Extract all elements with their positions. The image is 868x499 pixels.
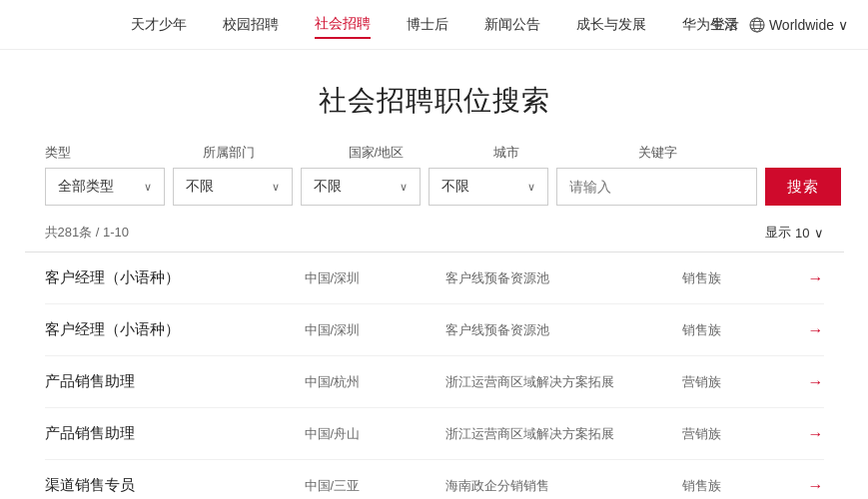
job-list: 客户经理（小语种） 中国/深圳 客户线预备资源池 销售族 → 客户经理（小语种）… — [25, 252, 844, 499]
job-row[interactable]: 客户经理（小语种） 中国/深圳 客户线预备资源池 销售族 → — [45, 252, 824, 304]
city-value: 不限 — [441, 178, 469, 196]
job-dept: 浙江运营商区域解决方案拓展 — [445, 425, 681, 443]
job-arrow: → — [788, 477, 823, 495]
job-title: 渠道销售专员 — [45, 476, 305, 495]
job-title: 产品销售助理 — [45, 372, 305, 391]
dept-chevron: ∨ — [272, 181, 280, 194]
job-arrow: → — [788, 321, 823, 339]
nav-item-天才少年[interactable]: 天才少年 — [131, 12, 187, 38]
country-select[interactable]: 不限 ∨ — [301, 168, 421, 206]
type-label: 类型 — [45, 144, 204, 162]
job-location: 中国/深圳 — [305, 269, 446, 287]
job-title: 产品销售助理 — [45, 424, 305, 443]
job-category: 销售族 — [682, 269, 788, 287]
dept-label: 所属部门 — [203, 144, 348, 162]
display-label: 显示 — [765, 224, 791, 242]
job-location: 中国/舟山 — [305, 425, 446, 443]
globe-icon — [749, 17, 765, 33]
job-location: 中国/深圳 — [305, 321, 446, 339]
results-summary: 共281条 / 1-10 — [45, 224, 130, 242]
job-category: 营销族 — [682, 425, 788, 443]
dept-value: 不限 — [186, 178, 214, 196]
nav-item-博士后[interactable]: 博士后 — [407, 12, 448, 38]
page-header: 社会招聘职位搜索 — [0, 50, 868, 144]
keyword-input[interactable] — [556, 168, 757, 206]
city-chevron: ∨ — [527, 181, 535, 194]
worldwide-chevron: ∨ — [838, 17, 848, 33]
results-bar: 共281条 / 1-10 显示 10 ∨ — [25, 224, 844, 242]
nav-right: 登录 Worldwide ∨ — [711, 16, 848, 34]
job-arrow: → — [788, 425, 823, 443]
job-dept: 海南政企分销销售 — [445, 477, 681, 495]
job-category: 销售族 — [682, 477, 788, 495]
job-dept: 客户线预备资源池 — [445, 321, 681, 339]
job-dept: 浙江运营商区域解决方案拓展 — [445, 373, 681, 391]
nav-items: 天才少年校园招聘社会招聘博士后新闻公告成长与发展华为生活 — [131, 11, 738, 39]
nav-item-社会招聘[interactable]: 社会招聘 — [315, 11, 371, 39]
worldwide-label: Worldwide — [769, 17, 834, 33]
keyword-label: 关键字 — [638, 144, 823, 162]
page-title: 社会招聘职位搜索 — [0, 82, 868, 120]
display-count: 10 — [795, 226, 809, 241]
city-label: 城市 — [493, 144, 638, 162]
job-location: 中国/杭州 — [305, 373, 446, 391]
type-select[interactable]: 全部类型 ∨ — [45, 168, 165, 206]
job-row[interactable]: 产品销售助理 中国/杭州 浙江运营商区域解决方案拓展 营销族 → — [45, 356, 824, 408]
job-category: 销售族 — [682, 321, 788, 339]
country-label: 国家/地区 — [349, 144, 493, 162]
country-chevron: ∨ — [400, 181, 408, 194]
job-arrow: → — [788, 373, 823, 391]
job-row[interactable]: 产品销售助理 中国/舟山 浙江运营商区域解决方案拓展 营销族 → — [45, 408, 824, 460]
filters-section: 类型 所属部门 国家/地区 城市 关键字 全部类型 ∨ 不限 ∨ 不限 ∨ 不限… — [25, 144, 844, 206]
login-link[interactable]: 登录 — [711, 16, 739, 34]
job-title: 客户经理（小语种） — [45, 320, 305, 339]
job-title: 客户经理（小语种） — [45, 268, 305, 287]
filter-row: 全部类型 ∨ 不限 ∨ 不限 ∨ 不限 ∨ 搜索 — [45, 168, 824, 206]
type-chevron: ∨ — [144, 181, 152, 194]
dept-select[interactable]: 不限 ∨ — [173, 168, 293, 206]
job-row[interactable]: 渠道销售专员 中国/三亚 海南政企分销销售 销售族 → — [45, 460, 824, 499]
job-arrow: → — [788, 269, 823, 287]
job-row[interactable]: 客户经理（小语种） 中国/深圳 客户线预备资源池 销售族 → — [45, 304, 824, 356]
nav-item-成长与发展[interactable]: 成长与发展 — [576, 12, 646, 38]
job-dept: 客户线预备资源池 — [445, 269, 681, 287]
city-select[interactable]: 不限 ∨ — [429, 168, 548, 206]
navbar: 天才少年校园招聘社会招聘博士后新闻公告成长与发展华为生活 登录 Worldwid… — [0, 0, 868, 50]
country-value: 不限 — [314, 178, 342, 196]
job-category: 营销族 — [682, 373, 788, 391]
filter-labels: 类型 所属部门 国家/地区 城市 关键字 — [45, 144, 824, 162]
job-location: 中国/三亚 — [305, 477, 446, 495]
type-value: 全部类型 — [58, 178, 114, 196]
nav-item-新闻公告[interactable]: 新闻公告 — [484, 12, 540, 38]
worldwide-selector[interactable]: Worldwide ∨ — [749, 17, 848, 33]
search-button[interactable]: 搜索 — [765, 168, 841, 206]
display-chevron: ∨ — [814, 226, 824, 241]
nav-item-校园招聘[interactable]: 校园招聘 — [223, 12, 279, 38]
display-select[interactable]: 显示 10 ∨ — [765, 224, 823, 242]
